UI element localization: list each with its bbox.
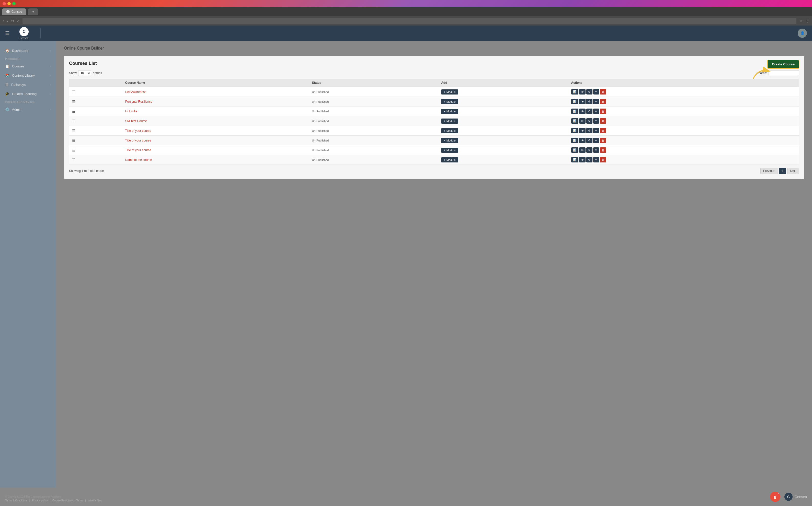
reload-button[interactable]: ↻ [11,19,14,23]
analytics-button[interactable]: 📊 [571,89,578,94]
back-button[interactable]: ‹ [3,19,4,23]
browser-tab-active[interactable]: ⚪ Censeo [2,8,26,15]
sidebar-item-courses[interactable]: 📋 Courses › [0,62,56,71]
analytics-button[interactable]: 📊 [571,138,578,143]
add-module-button[interactable]: + Module [441,138,458,143]
user-avatar[interactable]: 👤 [798,28,807,38]
settings-button[interactable]: ⚙ [586,138,592,143]
add-module-button[interactable]: + Module [441,118,458,123]
drag-handle[interactable]: ☰ [69,145,122,155]
view-button[interactable]: 👁 [579,89,586,94]
delete-button[interactable]: 🗑 [600,99,606,104]
entries-select[interactable]: 10 25 50 100 [78,70,91,76]
view-button[interactable]: 👁 [579,118,586,123]
edit-button[interactable]: ✏ [593,99,599,104]
drag-handle[interactable]: ☰ [69,97,122,106]
edit-button[interactable]: ✏ [593,108,599,114]
analytics-button[interactable]: 📊 [571,99,578,104]
delete-button[interactable]: 🗑 [600,118,606,123]
delete-button[interactable]: 🗑 [600,108,606,114]
settings-button[interactable]: ⚙ [586,99,592,104]
sidebar-item-dashboard[interactable]: 🏠 Dashboard › [0,46,56,55]
status-cell: Un-Published [309,145,438,155]
new-tab-button[interactable]: + [28,8,38,15]
analytics-button[interactable]: 📊 [571,108,578,114]
settings-button[interactable]: ⚙ [586,157,592,162]
edit-button[interactable]: ✏ [593,138,599,143]
view-button[interactable]: 👁 [579,128,586,133]
settings-button[interactable]: ⚙ [586,89,592,94]
analytics-button[interactable]: 📊 [571,118,578,123]
course-name-link[interactable]: SM Test Course [125,119,147,123]
settings-button[interactable]: ⚙ [586,108,592,114]
previous-button[interactable]: Previous [760,168,778,174]
address-input[interactable] [22,18,796,24]
privacy-policy-link[interactable]: Privacy policy [32,499,48,502]
delete-button[interactable]: 🗑 [600,128,606,133]
add-module-button[interactable]: + Module [441,157,458,162]
course-name-link[interactable]: Hi Emilie [125,109,137,113]
add-module-button[interactable]: + Module [441,109,458,114]
edit-button[interactable]: ✏ [593,89,599,94]
view-button[interactable]: 👁 [579,138,586,143]
analytics-icon: 📊 [573,139,577,142]
drag-handle[interactable]: ☰ [69,116,122,126]
edit-button[interactable]: ✏ [593,128,599,133]
delete-button[interactable]: 🗑 [600,89,606,94]
drag-handle[interactable]: ☰ [69,106,122,116]
drag-handle[interactable]: ☰ [69,126,122,136]
course-name-link[interactable]: Personal Resilience [125,100,152,103]
menu-button[interactable]: ⋮ [806,19,809,23]
minimize-dot[interactable] [7,2,11,5]
delete-button[interactable]: 🗑 [600,138,606,143]
edit-button[interactable]: ✏ [593,157,599,162]
drag-handle[interactable]: ☰ [69,155,122,165]
drag-handle[interactable]: ☰ [69,136,122,145]
sidebar-item-content-library[interactable]: 📚 Content Library › [0,71,56,80]
analytics-button[interactable]: 📊 [571,128,578,133]
what-is-new-link[interactable]: What is New [88,499,102,502]
sidebar-item-guided-learning[interactable]: 🎓 Guided Learning › [0,89,56,98]
settings-button[interactable]: ⚙ [586,118,592,123]
maximize-dot[interactable] [12,2,16,5]
terms-conditions-link[interactable]: Terms & Conditions [5,499,27,502]
view-button[interactable]: 👁 [579,108,586,114]
add-module-button[interactable]: + Module [441,99,458,104]
edit-button[interactable]: ✏ [593,147,599,153]
bookmark-button[interactable]: ☆ [800,19,803,23]
delete-button[interactable]: 🗑 [600,147,606,153]
drag-handle[interactable]: ☰ [69,87,122,97]
next-button[interactable]: Next [787,168,799,174]
edit-button[interactable]: ✏ [593,118,599,123]
forward-button[interactable]: › [7,19,8,23]
view-button[interactable]: 👁 [579,99,586,104]
course-name-link[interactable]: Self Awareness [125,90,146,94]
course-name-link[interactable]: Title of your course [125,139,151,142]
home-button[interactable]: ⌂ [17,19,19,23]
view-button[interactable]: 👁 [579,157,586,162]
settings-button[interactable]: ⚙ [586,128,592,133]
analytics-button[interactable]: 📊 [571,157,578,162]
plus-icon: + [444,100,445,103]
page-1-button[interactable]: 1 [779,168,787,174]
delete-button[interactable]: 🗑 [600,157,606,162]
course-name-link[interactable]: Title of your course [125,129,151,133]
col-header-course-name: Course Name [122,79,309,87]
sidebar-item-pathways[interactable]: 🛤 Pathways › [0,80,56,89]
course-participation-terms-link[interactable]: Course Participation Terms [52,499,83,502]
view-button[interactable]: 👁 [579,147,586,153]
course-name-cell: Personal Resilience [122,97,309,106]
analytics-button[interactable]: 📊 [571,147,578,153]
course-name-link[interactable]: Name of the course [125,158,152,162]
action-buttons: 📊 👁 ⚙ ✏ 🗑 [571,157,796,162]
add-module-button[interactable]: + Module [441,89,458,94]
add-module-button[interactable]: + Module [441,148,458,153]
plus-icon: + [444,129,445,132]
trash-icon: 🗑 [602,149,604,152]
close-dot[interactable] [3,2,6,5]
course-name-link[interactable]: Title of your course [125,148,151,152]
add-module-button[interactable]: + Module [441,128,458,133]
settings-button[interactable]: ⚙ [586,147,592,153]
hamburger-icon[interactable]: ☰ [5,30,10,36]
sidebar-item-admin[interactable]: ⚙️ Admin › [0,105,56,114]
